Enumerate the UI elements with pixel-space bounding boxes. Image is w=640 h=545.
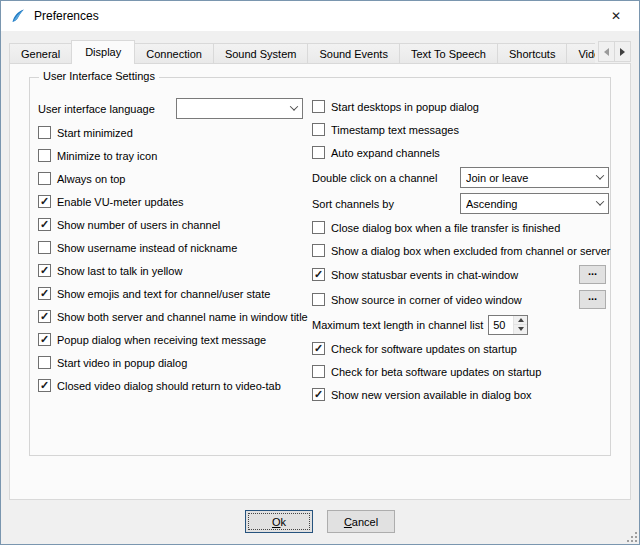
resize-grip[interactable]: [625, 530, 638, 543]
checkbox-video-popup[interactable]: Start video in popup dialog: [38, 351, 312, 374]
ok-button-label: O: [272, 516, 281, 528]
checkbox-label: Start desktops in popup dialog: [331, 100, 479, 113]
checkbox[interactable]: [312, 244, 325, 257]
checkbox-vu-meter-updates[interactable]: ✓ Enable VU-meter updates: [38, 190, 312, 213]
double-click-row: Double click on a channel Join or leave: [312, 164, 606, 190]
checkbox-timestamp-messages[interactable]: Timestamp text messages: [312, 118, 606, 141]
video-source-row: Show source in corner of video window ..…: [312, 287, 606, 312]
checkbox-label: Start video in popup dialog: [57, 356, 187, 369]
language-combo-value: [182, 108, 285, 109]
video-source-more-button[interactable]: ...: [579, 290, 606, 309]
checkbox-server-channel-title[interactable]: ✓ Show both server and channel name in w…: [38, 305, 312, 328]
chevron-down-icon: [591, 194, 608, 213]
checkbox-label: Minimize to tray icon: [57, 149, 157, 162]
checkbox[interactable]: [38, 241, 51, 254]
tab-scroll-left-button[interactable]: [598, 41, 615, 62]
tab-general[interactable]: General: [9, 43, 72, 64]
checkbox[interactable]: [312, 365, 325, 378]
close-icon[interactable]: ✕: [593, 1, 639, 31]
left-column: User interface language Start minimized …: [38, 95, 312, 453]
checkbox[interactable]: ✓: [312, 388, 325, 401]
checkbox-new-version-dialog[interactable]: ✓ Show new version available in dialog b…: [312, 383, 606, 406]
dialog-footer: Ok Cancel: [1, 510, 639, 533]
ok-button[interactable]: Ok: [245, 510, 313, 533]
checkbox-excluded-dialog[interactable]: Show a dialog box when excluded from cha…: [312, 239, 606, 262]
arrow-left-icon: [604, 48, 609, 56]
checkbox-start-minimized[interactable]: Start minimized: [38, 121, 312, 144]
checkbox[interactable]: ✓: [312, 342, 325, 355]
double-click-combo[interactable]: Join or leave: [460, 167, 609, 188]
spinner-buttons: [513, 316, 527, 334]
cancel-button[interactable]: Cancel: [327, 510, 395, 533]
spinner-up-button[interactable]: [513, 316, 527, 325]
checkbox[interactable]: ✓: [38, 195, 51, 208]
sort-channels-label: Sort channels by: [312, 197, 460, 210]
checkbox-label: Show both server and channel name in win…: [57, 310, 308, 323]
tab-scroll-right-button[interactable]: [614, 41, 631, 62]
checkbox-show-username[interactable]: Show username instead of nickname: [38, 236, 312, 259]
checkbox-label: Show statusbar events in chat-window: [331, 268, 518, 281]
checkbox-label: Show last to talk in yellow: [57, 264, 182, 277]
checkbox[interactable]: [38, 126, 51, 139]
tab-shortcuts[interactable]: Shortcuts: [497, 43, 567, 64]
checkbox-auto-expand-channels[interactable]: Auto expand channels: [312, 141, 606, 164]
tab-video[interactable]: Video: [566, 43, 595, 64]
max-text-length-spinner[interactable]: 50: [488, 315, 528, 335]
max-text-length-label: Maximum text length in channel list: [312, 318, 483, 331]
app-logo-icon: [10, 8, 26, 24]
sort-channels-combo[interactable]: Ascending: [460, 193, 609, 214]
checkbox-label: Close dialog box when a file transfer is…: [331, 221, 560, 234]
checkbox[interactable]: ✓: [38, 310, 51, 323]
checkbox-video-return-tab[interactable]: ✓ Closed video dialog should return to v…: [38, 374, 312, 397]
checkbox[interactable]: [38, 172, 51, 185]
checkbox-popup-text-message[interactable]: ✓ Popup dialog when receiving text messa…: [38, 328, 312, 351]
tab-text-to-speech[interactable]: Text To Speech: [399, 43, 498, 64]
checkbox-label: Show username instead of nickname: [57, 241, 237, 254]
checkbox-label: Auto expand channels: [331, 146, 440, 159]
checkbox-close-on-transfer[interactable]: Close dialog box when a file transfer is…: [312, 216, 606, 239]
checkbox-emoji-text-state[interactable]: ✓ Show emojis and text for channel/user …: [38, 282, 312, 305]
language-combo[interactable]: [176, 98, 303, 119]
spinner-down-button[interactable]: [513, 324, 527, 334]
checkbox-video-source-corner[interactable]: [312, 293, 325, 306]
checkbox-updates-startup[interactable]: ✓ Check for software updates on startup: [312, 337, 606, 360]
checkbox-label: Show new version available in dialog box: [331, 388, 532, 401]
checkbox[interactable]: [312, 123, 325, 136]
checkbox-desktops-popup[interactable]: Start desktops in popup dialog: [312, 95, 606, 118]
tab-display[interactable]: Display: [71, 40, 135, 64]
checkbox-label: Show source in corner of video window: [331, 293, 522, 306]
statusbar-events-row: ✓ Show statusbar events in chat-window .…: [312, 262, 606, 287]
checkbox[interactable]: [38, 356, 51, 369]
checkbox-label: Popup dialog when receiving text message: [57, 333, 266, 346]
checkbox[interactable]: ✓: [38, 379, 51, 392]
checkbox[interactable]: [312, 100, 325, 113]
checkbox-last-talk-yellow[interactable]: ✓ Show last to talk in yellow: [38, 259, 312, 282]
tab-scroll-buttons: [599, 41, 631, 62]
tab-sound-system[interactable]: Sound System: [213, 43, 309, 64]
tab-connection[interactable]: Connection: [134, 43, 214, 64]
checkbox[interactable]: [38, 149, 51, 162]
tab-sound-events[interactable]: Sound Events: [307, 43, 400, 64]
chevron-down-icon: [285, 99, 302, 118]
cancel-button-label-rest: ancel: [352, 516, 378, 528]
title-bar[interactable]: Preferences ✕: [1, 1, 639, 31]
checkbox-beta-updates[interactable]: Check for beta software updates on start…: [312, 360, 606, 383]
checkbox[interactable]: ✓: [38, 333, 51, 346]
checkbox-show-user-count[interactable]: ✓ Show number of users in channel: [38, 213, 312, 236]
sort-channels-row: Sort channels by Ascending: [312, 190, 606, 216]
group-title: User Interface Settings: [39, 70, 159, 82]
checkbox-label: Timestamp text messages: [331, 123, 459, 136]
statusbar-events-more-button[interactable]: ...: [579, 265, 606, 284]
checkbox[interactable]: ✓: [38, 264, 51, 277]
checkbox[interactable]: [312, 146, 325, 159]
display-tab-panel: User Interface Settings User interface l…: [9, 63, 631, 500]
checkbox-always-on-top[interactable]: Always on top: [38, 167, 312, 190]
checkbox[interactable]: ✓: [38, 287, 51, 300]
arrow-up-icon: [518, 318, 524, 322]
checkbox-minimize-to-tray[interactable]: Minimize to tray icon: [38, 144, 312, 167]
checkbox[interactable]: ✓: [38, 218, 51, 231]
language-label: User interface language: [38, 102, 176, 115]
checkbox-statusbar-events[interactable]: ✓: [312, 268, 325, 281]
checkbox[interactable]: [312, 221, 325, 234]
checkbox-label: Show emojis and text for channel/user st…: [57, 287, 270, 300]
